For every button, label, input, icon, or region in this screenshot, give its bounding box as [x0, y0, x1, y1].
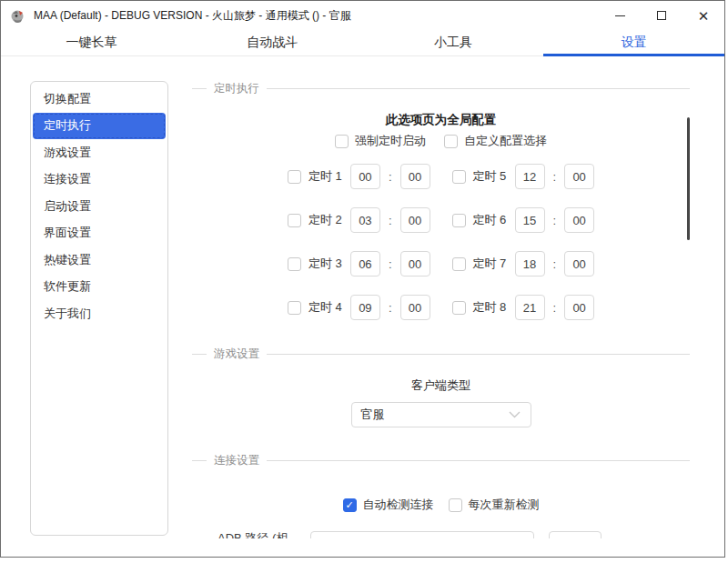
minimize-icon — [615, 15, 625, 16]
timer-4-checkbox[interactable]: ✓ — [288, 301, 301, 315]
sidebar-item-timing[interactable]: 定时执行 — [33, 113, 166, 140]
timer-1-hour-input[interactable] — [350, 164, 380, 189]
close-icon: ✕ — [698, 9, 710, 23]
checkbox-label: 强制定时启动 — [355, 133, 426, 149]
tab-underline — [543, 54, 724, 56]
sidebar-item-about[interactable]: 关于我们 — [33, 300, 166, 327]
colon-separator: : — [553, 257, 557, 271]
auto-detect-option[interactable]: ✓ 自动检测连接 — [343, 497, 434, 513]
tab-settings[interactable]: 设置 — [543, 30, 724, 55]
app-icon — [10, 8, 25, 24]
connection-options-row: ✓ 自动检测连接 ✓ 每次重新检测 — [192, 497, 690, 513]
section-header-connection: 连接设置 — [192, 453, 690, 467]
dropdown-value: 官服 — [361, 407, 509, 423]
divider — [267, 354, 690, 355]
timer-6-hour-input[interactable] — [515, 207, 545, 233]
sidebar-item-switch-config[interactable]: 切换配置 — [33, 85, 166, 113]
timer-label: 定时 1 — [308, 168, 350, 185]
tabbar: 一键长草 自动战斗 小工具 设置 — [1, 30, 724, 56]
timer-label: 定时 8 — [473, 299, 515, 316]
sidebar-item-connection[interactable]: 连接设置 — [33, 166, 166, 194]
client-type-dropdown[interactable]: 官服 — [351, 402, 531, 427]
timer-7-checkbox[interactable]: ✓ — [452, 257, 466, 271]
sidebar-item-update[interactable]: 软件更新 — [33, 274, 166, 301]
tab-tools[interactable]: 小工具 — [363, 30, 544, 55]
timer-8-checkbox[interactable]: ✓ — [452, 301, 466, 315]
timer-5-hour-input[interactable] — [515, 164, 545, 189]
tab-label: 设置 — [622, 35, 647, 51]
timer-3: ✓ 定时 3 : — [288, 251, 430, 276]
divider — [192, 460, 207, 461]
maximize-icon — [657, 11, 666, 20]
auto-detect-checkbox[interactable]: ✓ — [343, 498, 357, 512]
tab-label: 一键长草 — [66, 35, 116, 51]
timer-grid: ✓ 定时 1 : ✓ 定时 5 : ✓ 定时 2 : — [288, 164, 594, 320]
timer-5-checkbox[interactable]: ✓ — [452, 170, 466, 184]
minimize-button[interactable] — [599, 1, 641, 30]
section-title: 连接设置 — [214, 453, 259, 468]
colon-separator: : — [553, 301, 557, 315]
force-timed-start-option[interactable]: ✓ 强制定时启动 — [335, 133, 426, 149]
timer-3-checkbox[interactable]: ✓ — [288, 257, 301, 271]
timer-8-hour-input[interactable] — [515, 295, 545, 320]
tab-auto-battle[interactable]: 自动战斗 — [182, 30, 363, 55]
maximize-button[interactable] — [641, 1, 682, 30]
section-title: 游戏设置 — [214, 347, 259, 362]
timer-label: 定时 7 — [473, 256, 515, 272]
timer-5-minute-input[interactable] — [564, 164, 594, 189]
check-icon: ✓ — [345, 500, 353, 510]
force-timed-start-checkbox[interactable]: ✓ — [335, 135, 349, 148]
timer-4-hour-input[interactable] — [350, 295, 380, 320]
divider — [267, 460, 690, 461]
timer-label: 定时 6 — [473, 212, 515, 228]
custom-config-checkbox[interactable]: ✓ — [444, 135, 458, 148]
timer-1: ✓ 定时 1 : — [288, 164, 430, 189]
timer-5: ✓ 定时 5 : — [452, 164, 595, 189]
timer-label: 定时 4 — [308, 299, 350, 316]
divider — [267, 88, 690, 89]
colon-separator: : — [389, 170, 392, 184]
client-type-label: 客户端类型 — [192, 378, 690, 393]
redetect-checkbox[interactable]: ✓ — [449, 498, 462, 512]
tab-farming[interactable]: 一键长草 — [1, 30, 182, 55]
sidebar-item-game-settings[interactable]: 游戏设置 — [33, 139, 166, 166]
colon-separator: : — [389, 301, 392, 315]
sidebar-item-hotkeys[interactable]: 热键设置 — [33, 246, 166, 274]
timer-1-checkbox[interactable]: ✓ — [288, 170, 301, 184]
tab-label: 小工具 — [434, 35, 472, 51]
timer-4: ✓ 定时 4 : — [288, 295, 430, 320]
timer-7: ✓ 定时 7 : — [452, 251, 595, 276]
divider — [192, 88, 207, 89]
sidebar-item-interface[interactable]: 界面设置 — [33, 220, 166, 247]
close-button[interactable]: ✕ — [682, 1, 724, 30]
adb-path-input[interactable] — [310, 531, 534, 538]
adb-path-browse-button[interactable] — [549, 531, 602, 538]
timer-2-minute-input[interactable] — [400, 207, 430, 233]
timer-2-checkbox[interactable]: ✓ — [288, 214, 301, 227]
timer-6: ✓ 定时 6 : — [452, 207, 595, 233]
section-header-timing: 定时执行 — [192, 81, 690, 96]
content-scrollbar-thumb[interactable] — [687, 117, 690, 240]
timer-4-minute-input[interactable] — [400, 295, 430, 320]
timer-1-minute-input[interactable] — [400, 164, 430, 189]
timer-6-checkbox[interactable]: ✓ — [452, 214, 466, 227]
custom-config-option[interactable]: ✓ 自定义配置选择 — [444, 133, 547, 149]
timer-8: ✓ 定时 8 : — [452, 295, 595, 320]
colon-separator: : — [389, 214, 392, 227]
timer-7-hour-input[interactable] — [515, 251, 545, 276]
timer-2-hour-input[interactable] — [350, 207, 380, 233]
timer-3-hour-input[interactable] — [350, 251, 380, 276]
colon-separator: : — [553, 170, 557, 184]
colon-separator: : — [389, 257, 392, 271]
timer-6-minute-input[interactable] — [564, 207, 594, 233]
section-title: 定时执行 — [214, 81, 259, 96]
sidebar-item-startup[interactable]: 启动设置 — [33, 193, 166, 220]
timer-3-minute-input[interactable] — [400, 251, 430, 276]
redetect-option[interactable]: ✓ 每次重新检测 — [449, 497, 540, 513]
timer-8-minute-input[interactable] — [564, 295, 594, 320]
timing-options-row: ✓ 强制定时启动 ✓ 自定义配置选择 — [192, 133, 690, 149]
timer-7-minute-input[interactable] — [564, 251, 594, 276]
tab-label: 自动战斗 — [247, 35, 298, 51]
timer-label: 定时 3 — [308, 256, 350, 272]
timer-2: ✓ 定时 2 : — [288, 207, 430, 233]
